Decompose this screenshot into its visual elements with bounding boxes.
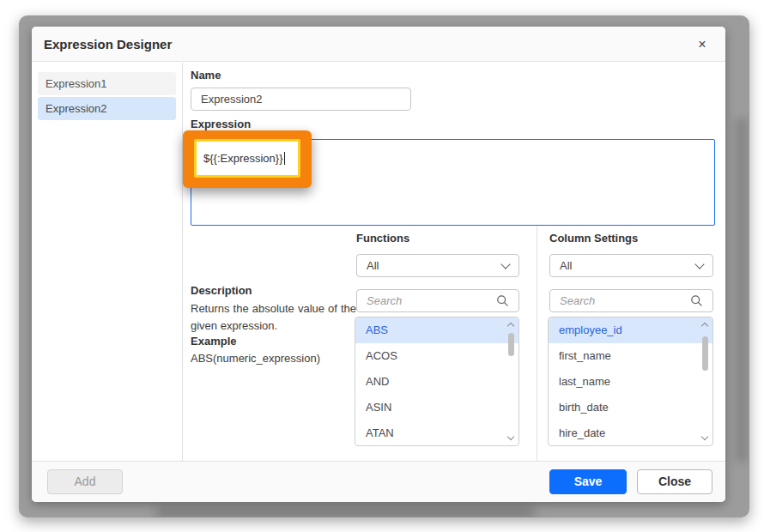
function-item-and[interactable]: AND [355, 369, 518, 395]
functions-list: ABS ACOS AND ASIN ATAN [355, 317, 519, 446]
function-item-acos[interactable]: ACOS [355, 343, 518, 369]
columns-scrollbar[interactable] [700, 319, 711, 444]
sidebar-item-expression2[interactable]: Expression2 [38, 97, 176, 120]
functions-label: Functions [356, 232, 409, 245]
scroll-down-icon[interactable] [701, 433, 708, 440]
columns-search-input[interactable] [560, 294, 690, 307]
column-item-birth-date[interactable]: birth_date [549, 395, 712, 420]
chevron-down-icon [694, 259, 704, 269]
scrollbar-thumb[interactable] [702, 336, 708, 371]
column-item-first-name[interactable]: first_name [549, 343, 712, 369]
function-item-atan[interactable]: ATAN [355, 420, 518, 446]
dialog-footer: Add Save Close [32, 461, 725, 502]
expression-highlight-callout: ${{:Expression}} [183, 130, 312, 188]
search-icon [496, 294, 509, 307]
scroll-down-icon[interactable] [507, 433, 514, 440]
functions-search-input[interactable] [367, 294, 496, 307]
add-button[interactable]: Add [47, 469, 123, 494]
functions-search-box[interactable] [356, 289, 519, 312]
background-artifact [736, 118, 748, 462]
functions-filter-dropdown[interactable]: All [356, 254, 519, 277]
columns-filter-value: All [560, 259, 572, 272]
scroll-up-icon[interactable] [701, 323, 708, 329]
description-label: Description [191, 284, 252, 297]
sidebar-item-expression1[interactable]: Expression1 [38, 72, 176, 95]
column-item-hire-date[interactable]: hire_date [549, 420, 712, 446]
expression-value-box[interactable]: ${{:Expression}} [194, 139, 300, 178]
column-item-employee-id[interactable]: employee_id [549, 317, 712, 343]
name-input[interactable] [191, 88, 411, 111]
description-text: Returns the absolute value of the given … [191, 300, 356, 335]
expression-list-sidebar: Expression1 Expression2 [32, 63, 183, 461]
example-label: Example [191, 335, 236, 348]
column-settings-label: Column Settings [549, 232, 638, 245]
close-icon[interactable]: × [693, 35, 712, 54]
close-button[interactable]: Close [637, 469, 712, 494]
search-icon [690, 294, 703, 307]
page: Expression Designer × Expression1 Expres… [0, 0, 764, 532]
expression-designer-dialog: Expression Designer × Expression1 Expres… [32, 27, 725, 502]
expression-label: Expression [191, 118, 251, 130]
column-item-last-name[interactable]: last_name [549, 369, 712, 395]
text-cursor [284, 152, 285, 165]
function-item-asin[interactable]: ASIN [355, 395, 518, 420]
scroll-up-icon[interactable] [507, 323, 514, 329]
function-item-abs[interactable]: ABS [355, 317, 518, 343]
columns-list: employee_id first_name last_name birth_d… [548, 317, 713, 446]
name-label: Name [191, 69, 221, 82]
chevron-down-icon [500, 259, 510, 269]
scrollbar-thumb[interactable] [508, 333, 514, 356]
expression-value: ${{:Expression}} [203, 152, 283, 165]
dialog-header: Expression Designer × [32, 27, 725, 62]
example-text: ABS(numeric_expression) [191, 352, 320, 365]
column-divider [537, 226, 537, 461]
background-window: Expression Designer × Expression1 Expres… [19, 15, 749, 517]
dialog-title: Expression Designer [44, 27, 172, 62]
functions-filter-value: All [367, 259, 379, 272]
columns-search-box[interactable] [549, 289, 713, 312]
background-artifact [156, 507, 534, 517]
dialog-body: Name Expression ${{:Expression}} Descrip… [184, 63, 725, 461]
columns-filter-dropdown[interactable]: All [549, 254, 713, 277]
save-button[interactable]: Save [549, 469, 627, 494]
functions-scrollbar[interactable] [506, 319, 517, 444]
